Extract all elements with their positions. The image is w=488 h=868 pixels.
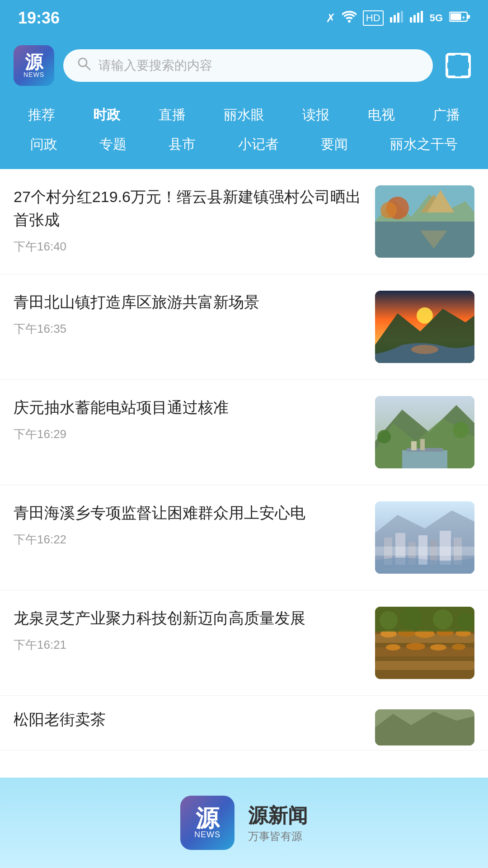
svg-rect-22: [468, 68, 470, 77]
svg-rect-3: [401, 11, 403, 23]
news-text-6: 松阳老街卖茶: [14, 709, 364, 730]
svg-rect-59: [375, 661, 474, 670]
news-text-2: 青田北山镇打造库区旅游共富新场景 下午16:35: [14, 291, 364, 337]
news-title-5: 龙泉灵芝产业聚力科技创新迈向高质量发展: [14, 607, 364, 630]
nav-item-xianshi[interactable]: 县市: [161, 131, 203, 158]
svg-point-71: [380, 611, 398, 629]
svg-rect-5: [413, 15, 416, 23]
nav-item-wenzheng[interactable]: 问政: [23, 131, 65, 158]
news-text-3: 庆元抽水蓄能电站项目通过核准 下午16:29: [14, 396, 364, 442]
news-time-2: 下午16:35: [14, 321, 364, 337]
logo-char: 源: [25, 53, 43, 71]
app-logo[interactable]: 源 NEWS: [14, 45, 54, 86]
nav-row-1: 推荐 时政 直播 丽水眼 读报 电视 广播: [9, 101, 479, 129]
svg-rect-20: [446, 68, 448, 77]
svg-rect-1: [394, 15, 396, 23]
news-time-4: 下午16:22: [14, 532, 364, 547]
svg-point-35: [411, 345, 438, 354]
nav-row-2: 问政 专题 县市 小记者 要闻 丽水之干号: [9, 131, 479, 158]
svg-rect-39: [402, 450, 447, 468]
svg-line-13: [86, 66, 90, 70]
news-thumb-5: [375, 607, 474, 679]
svg-rect-14: [446, 54, 470, 77]
svg-point-66: [386, 644, 400, 651]
nav-item-xiaojizhe[interactable]: 小记者: [231, 131, 286, 158]
nav-item-guangbo[interactable]: 广播: [426, 101, 467, 129]
nav-item-zhibo[interactable]: 直播: [151, 101, 193, 129]
nav-item-shizheng[interactable]: 时政: [86, 101, 127, 129]
wifi-icon: [342, 11, 357, 26]
news-thumb-1: [375, 185, 474, 258]
svg-rect-4: [410, 17, 412, 23]
svg-rect-9: [450, 13, 461, 20]
bottom-app-slogan: 万事皆有源: [248, 829, 302, 844]
svg-rect-26: [375, 222, 474, 258]
battery-icon: +: [449, 11, 470, 25]
svg-rect-7: [421, 11, 423, 23]
news-time-3: 下午16:29: [14, 426, 364, 442]
svg-rect-10: [467, 15, 470, 19]
nav-item-lishuizhigan[interactable]: 丽水之干号: [383, 131, 465, 158]
svg-rect-42: [420, 439, 425, 450]
search-icon: [77, 57, 91, 75]
hd-icon: HD: [363, 10, 384, 26]
svg-point-74: [457, 613, 474, 629]
bottom-app-info: 源新闻 万事皆有源: [248, 802, 308, 844]
nav-item-tuijian[interactable]: 推荐: [21, 101, 62, 129]
news-item-2[interactable]: 青田北山镇打造库区旅游共富新场景 下午16:35: [0, 274, 488, 380]
bluetooth-icon: ✗: [326, 11, 336, 25]
svg-rect-16: [446, 54, 448, 63]
nav-item-dubao[interactable]: 读报: [295, 101, 337, 129]
bottom-app-logo: 源 NEWS: [180, 796, 235, 850]
svg-rect-18: [468, 54, 470, 63]
status-bar: 19:36 ✗ HD: [0, 0, 488, 36]
news-item-5[interactable]: 龙泉灵芝产业聚力科技创新迈向高质量发展 下午16:21: [0, 590, 488, 696]
status-time: 19:36: [18, 9, 60, 28]
news-item-6-partial[interactable]: 松阳老街卖茶: [0, 696, 488, 750]
news-title-1: 27个村分红219.6万元！缙云县新建镇强村公司晒出首张成: [14, 185, 364, 231]
svg-point-30: [380, 202, 397, 218]
news-text-4: 青田海溪乡专项监督让困难群众用上安心电 下午16:22: [14, 501, 364, 547]
scan-button[interactable]: [442, 49, 474, 82]
search-placeholder: 请输入要搜索的内容: [99, 57, 419, 74]
status-icons: ✗ HD 5G: [326, 10, 470, 26]
svg-text:+: +: [462, 14, 465, 21]
nav-item-lishuiyan[interactable]: 丽水眼: [216, 101, 272, 129]
bottom-logo-char: 源: [196, 807, 219, 830]
news-item-4[interactable]: 青田海溪乡专项监督让困难群众用上安心电 下午16:22: [0, 485, 488, 590]
svg-rect-41: [411, 441, 417, 450]
news-text-1: 27个村分红219.6万元！缙云县新建镇强村公司晒出首张成 下午16:40: [14, 185, 364, 255]
header: 源 NEWS 请输入要搜索的内容: [0, 36, 488, 97]
svg-rect-6: [417, 13, 419, 23]
news-thumb-6-partial: [375, 709, 474, 745]
nav-item-zhuanti[interactable]: 专题: [92, 131, 134, 158]
svg-rect-2: [397, 13, 399, 23]
news-item-1[interactable]: 27个村分红219.6万元！缙云县新建镇强村公司晒出首张成 下午16:40: [0, 169, 488, 274]
svg-rect-55: [418, 535, 427, 565]
news-title-3: 庆元抽水蓄能电站项目通过核准: [14, 396, 364, 419]
svg-rect-0: [390, 17, 392, 23]
search-bar[interactable]: 请输入要搜索的内容: [63, 49, 433, 82]
news-thumb-2: [375, 291, 474, 363]
bottom-logo-sub: NEWS: [194, 830, 221, 840]
news-title-6-partial: 松阳老街卖茶: [14, 709, 364, 730]
svg-point-67: [406, 643, 425, 650]
signal1-icon: [390, 11, 404, 26]
nav-item-dianshi[interactable]: 电视: [361, 101, 402, 129]
signal2-icon: [410, 11, 423, 26]
news-title-2: 青田北山镇打造库区旅游共富新场景: [14, 291, 364, 314]
logo-sub: NEWS: [23, 71, 44, 78]
news-thumb-4: [375, 501, 474, 574]
svg-point-72: [400, 607, 422, 629]
svg-point-68: [430, 644, 446, 651]
nav-item-yaowen[interactable]: 要闻: [314, 131, 355, 158]
content-area: 27个村分红219.6万元！缙云县新建镇强村公司晒出首张成 下午16:40: [0, 169, 488, 778]
svg-point-44: [453, 422, 469, 438]
news-time-1: 下午16:40: [14, 239, 364, 255]
5g-label: 5G: [430, 12, 443, 24]
news-thumb-3: [375, 396, 474, 468]
svg-point-69: [452, 644, 465, 650]
nav-tabs: 推荐 时政 直播 丽水眼 读报 电视 广播 问政 专题 县市 小记者 要闻 丽水…: [0, 97, 488, 169]
bottom-app-name: 源新闻: [248, 802, 308, 829]
news-item-3[interactable]: 庆元抽水蓄能电站项目通过核准 下午16:29: [0, 380, 488, 485]
